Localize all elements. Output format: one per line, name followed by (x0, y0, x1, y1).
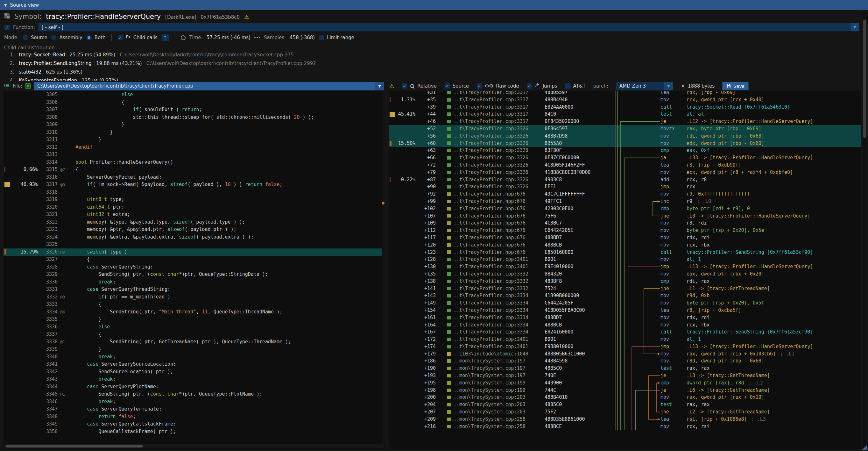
asm-row[interactable]: +102..t\TracyProfiler.hpp:67642803C0F00c… (389, 205, 861, 212)
source-line[interactable]: 3307 if( shouldExit ) return; (3, 106, 385, 114)
asm-row[interactable]: +128..t\TracyProfiler.cpp:3401B001moval,… (389, 256, 861, 263)
asm-row[interactable]: +190..mon\TracySystem.cpp:1974885C0testr… (389, 365, 861, 372)
source-line[interactable]: 3320 uint64_t ptr; (3, 204, 385, 211)
asm-row[interactable]: +204..mon\TracySystem.cpp:2034885C0testr… (389, 401, 861, 408)
asm-row[interactable]: +195..mon\TracySystem.cpp:199443900cmpdw… (389, 379, 861, 387)
source-line[interactable]: 3350 QueueCallstackFrame( ptr ); (3, 428, 385, 436)
source-line[interactable]: 3329 SendString( ptr, (const char*)ptr, … (3, 271, 385, 278)
asm-warning-icon[interactable]: ⚠ (389, 83, 394, 89)
source-line[interactable]: 3338@1 SendString( ptr, GetThreadName( p… (3, 338, 385, 346)
source-line[interactable]: 3349 case ServerQueryCallstackFrame: (3, 420, 385, 428)
source-line[interactable]: 3341 case ServerQuerySourceLocation: (3, 361, 385, 368)
source-line[interactable]: 3308 std::this_thread::sleep_for( std::c… (3, 114, 385, 121)
function-checkbox[interactable]: ✓ (4, 25, 10, 30)
source-line[interactable]: 3319 uint8_t type; (3, 196, 385, 204)
source-line[interactable]: 15.79%3326@9 switch( type ) (3, 248, 385, 256)
asm-row[interactable]: +31..t\TracyProfiler.cpp:3317488D5597lea… (389, 91, 861, 96)
source-line[interactable]: 3348 return false; (3, 413, 385, 421)
source-line[interactable]: 3324 memcpy( &extra, &payload.extra, siz… (3, 234, 385, 241)
source-line[interactable]: 3342 SendSourceLocation( ptr ); (3, 368, 385, 376)
asm-row[interactable]: +52..t\TracyProfiler.cpp:33260FB64597mov… (389, 125, 861, 132)
asm-row[interactable]: +154..t\TracyProfiler.cpp:33344C8D055FBA… (389, 307, 861, 314)
source-line[interactable]: 3318 (3, 188, 385, 196)
mode-source-radio[interactable]: Source (23, 35, 48, 40)
source-line[interactable]: 3337 { (3, 331, 385, 338)
uarch-combo[interactable]: AMD Zen 3 ▼ (616, 82, 673, 90)
asm-row[interactable]: 45.41%+44..t\TracyProfiler.cpp:331784C0t… (389, 111, 861, 118)
asm-row[interactable]: 15.50%+60..t\TracyProfiler.cpp:33268B55A… (389, 140, 861, 147)
asm-row[interactable]: +39..t\TracyProfiler.cpp:3317E824AA0000c… (389, 103, 861, 111)
asm-row[interactable]: +179..1103\include\atomic:1048488B05B63C… (389, 350, 861, 358)
source-line[interactable]: 3314bool Profiler::HandleServerQuery() (3, 159, 385, 166)
att-checkbox[interactable]: ✓ AT&T (565, 83, 586, 89)
source-line[interactable]: 3312#endif (3, 144, 385, 151)
source-line[interactable]: 3316 ServerQueryPacket payload; (3, 174, 385, 181)
jumps-checkbox[interactable]: ✓ Jumps (527, 83, 557, 89)
source-line[interactable]: 3335 } (3, 315, 385, 323)
source-line[interactable]: 3328 case ServerQueryString: (3, 263, 385, 271)
source-horizontal-scrollbar[interactable] (4, 444, 384, 448)
asm-row[interactable]: +63..t\TracyProfiler.cpp:332683F80Fcmpea… (389, 147, 861, 154)
asm-row[interactable]: +66..t\TracyProfiler.cpp:33260F87CE06000… (389, 154, 861, 161)
scrollbar-thumb[interactable] (6, 445, 143, 448)
source-line[interactable]: 3323 memcpy( &ptr, &payload.ptr, sizeof(… (3, 226, 385, 234)
source-line[interactable]: 3345@1 SendString( ptr, (const char*)ptr… (3, 390, 385, 398)
source-line[interactable]: 3331 case ServerQueryThreadString: (3, 286, 385, 293)
asm-row[interactable]: +123..t\TracyProfiler.hpp:676E850160000c… (389, 249, 861, 256)
source-vertical-scrollbar[interactable] (382, 91, 385, 444)
source-line[interactable]: 3343 break; (3, 375, 385, 383)
source-line[interactable]: 3322 memcpy( &type, &payload.type, sizeo… (3, 218, 385, 226)
asm-row[interactable]: +109..t\TracyProfiler.hpp:6764C8BC7movr8… (389, 219, 861, 227)
asm-row[interactable]: +135..t\TracyProfiler.cpp:33328B4320move… (389, 270, 861, 278)
source-line[interactable]: 3325 (3, 241, 385, 248)
asm-row[interactable]: +92..t\TracyProfiler.hpp:67649C7C1FFFFFF… (389, 190, 861, 198)
source-line[interactable]: 3336 else (3, 323, 385, 331)
asm-row[interactable]: +107..t\TracyProfiler.hpp:67675F6jne.L0 … (389, 212, 861, 220)
function-combo[interactable]: [ - self - ] ▼ (38, 23, 859, 32)
asm-row[interactable]: +99..t\TracyProfiler.hpp:67649FFC1incr9;… (389, 198, 861, 205)
asm-row[interactable]: +174..t\TracyProfiler.cpp:3401E9B8010000… (389, 343, 861, 350)
asm-row[interactable]: +164..t\TracyProfiler.cpp:3334488BCBmovr… (389, 321, 861, 329)
asm-row[interactable]: 0.22%+87..t\TracyProfiler.cpp:33264903C8… (389, 176, 861, 183)
source-line[interactable]: 3330 break; (3, 278, 385, 286)
source-line[interactable]: 3339 } (3, 345, 385, 353)
limit-range-checkbox[interactable]: ✓ Limit range (319, 35, 354, 40)
child-call-entry[interactable]: 1.tracy::Socket::Read25.25 ms (54.89%)C:… (4, 52, 859, 61)
asm-row[interactable]: +117..t\TracyProfiler.hpp:676488BD7movrd… (389, 234, 861, 241)
asm-row[interactable]: +200..mon\TracySystem.cpp:203488B4010mov… (389, 394, 861, 401)
asm-row[interactable]: +198..mon\TracySystem.cpp:199744Cje.L6 -… (389, 387, 861, 394)
save-button[interactable]: Save (722, 82, 748, 90)
window-vertical-scrollbar[interactable] (863, 10, 867, 449)
child-call-entry[interactable]: 3.stat64i32625 µs (1.36%) (4, 69, 859, 78)
source-line[interactable]: 3332@3 if( ptr == m_mainThread ) (3, 293, 385, 301)
source-line[interactable]: 3347 case ServerQueryTerminate: (3, 405, 385, 413)
scrollbar-thumb[interactable] (863, 20, 866, 138)
source-line[interactable]: 3310 } (3, 129, 385, 136)
titlebar[interactable]: ▼ Source view (0, 0, 868, 10)
file-combo[interactable]: C:\Users\wolf\Desktop\darkrl\contrib\tra… (34, 82, 384, 90)
source-line[interactable]: 3340 break; (3, 353, 385, 361)
source-line[interactable]: 3344 case ServerQueryPlotName: (3, 383, 385, 391)
source-line[interactable]: 3334@6 SendString( ptr, "Main thread", 1… (3, 308, 385, 316)
asm-row[interactable]: +167..t\TracyProfiler.cpp:3334E824160000… (389, 328, 861, 336)
asm-row[interactable]: +79..t\TracyProfiler.cpp:3326418B8C80E0B… (389, 169, 861, 176)
child-calls-checkbox[interactable]: ✓ Child calls (118, 35, 158, 40)
source-line[interactable]: 3309 } (3, 121, 385, 129)
source-line[interactable]: 3321 uint32_t extra; (3, 211, 385, 218)
asm-row[interactable]: +138..t\TracyProfiler.cpp:3332483BF8cmpr… (389, 278, 861, 285)
source-line[interactable]: 0.66%3315@7{ (3, 166, 385, 174)
asm-row[interactable]: +56..t\TracyProfiler.cpp:3326488B7D98mov… (389, 132, 861, 140)
asm-row[interactable]: +72..t\TracyProfiler.cpp:33264C8D05F146F… (389, 161, 861, 169)
asm-row[interactable]: +90..t\TracyProfiler.cpp:3326FFE1jmprcx (389, 183, 861, 190)
child-call-entry[interactable]: 4.KeSynchronizeExecution125 µs (0.27%) (4, 78, 859, 81)
source-line[interactable]: 3305 else (3, 91, 385, 99)
chevron-down-icon[interactable]: ▼ (375, 82, 384, 90)
asm-row[interactable]: +130..t\TracyProfiler.cpp:3401E9E4010000… (389, 263, 861, 270)
raw-code-checkbox[interactable]: ✓ ⚙⚙ Raw code (476, 83, 519, 89)
mode-assembly-radio[interactable]: Assembly (51, 35, 82, 40)
asm-row[interactable]: +120..t\TracyProfiler.hpp:676488BCBmovrc… (389, 241, 861, 249)
child-call-entry[interactable]: 2.tracy::Profiler::SendLongString19.88 m… (4, 61, 859, 69)
asm-row[interactable]: +161..t\TracyProfiler.cpp:3334488BD7movr… (389, 314, 861, 321)
source-line[interactable]: 3333 { (3, 301, 385, 308)
mode-both-radio[interactable]: Both (86, 35, 106, 40)
